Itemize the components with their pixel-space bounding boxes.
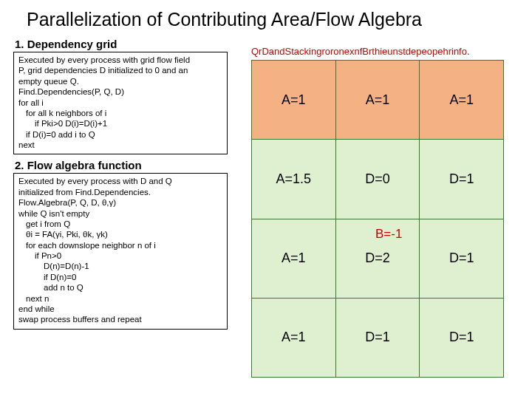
- grid-cell: A=1: [335, 61, 420, 140]
- code-line: get i from Q: [18, 219, 222, 229]
- grid-row: A=1A=1A=1: [252, 61, 504, 140]
- code-line: next n: [18, 293, 222, 304]
- grid-row: A=1.5D=0D=1: [252, 140, 504, 219]
- code-line: for each downslope neighbor n of i: [18, 240, 222, 250]
- left-column: 1. Dependency grid Executed by every pro…: [13, 36, 235, 334]
- code-line: swap process buffers and repeat: [18, 314, 222, 324]
- code-line: θi = FA(γi, Pki, θk, γk): [18, 229, 222, 239]
- grid-cell: D=1: [420, 298, 504, 377]
- code-line: if D(n)=0: [18, 272, 222, 282]
- code-line: if Pki>0 D(i)=D(i)+1: [18, 118, 222, 129]
- grid-cell: A=1: [252, 219, 336, 298]
- grid-cell: A=1.5: [252, 140, 336, 219]
- code-line: next: [18, 140, 222, 150]
- section2-box: Executed by every process with D and Qin…: [13, 173, 228, 329]
- code-line: empty queue Q.: [18, 76, 222, 86]
- section1-heading: 1. Dependency grid: [15, 38, 235, 50]
- code-line: add n to Q: [18, 282, 222, 293]
- grid-cell: D=1: [420, 140, 504, 219]
- code-line: Flow.Algebra(P, Q, D, θ,γ): [18, 197, 222, 208]
- flow-grid: A=1A=1A=1A=1.5D=0D=1A=1D=2D=1A=1D=1D=1: [251, 60, 504, 378]
- code-line: D(n)=D(n)-1: [18, 261, 222, 271]
- page-title: Parallelization of Contributing Area/Flo…: [13, 9, 519, 30]
- code-line: Executed by every process with D and Q: [18, 176, 222, 186]
- b-label: B=-1: [375, 227, 402, 242]
- grid-cell: D=1: [420, 219, 504, 298]
- grid-cell: A=1: [420, 61, 504, 140]
- code-line: Executed by every process with grid flow…: [18, 55, 222, 65]
- code-line: if Pn>0: [18, 250, 222, 261]
- code-line: initialized from Find.Dependencies.: [18, 187, 222, 197]
- red-overlay-text: QrDandStackingroronexnfBrthieunstdepeope…: [251, 46, 517, 57]
- grid-cell: D=0: [335, 140, 420, 219]
- section1-box: Executed by every process with grid flow…: [13, 52, 228, 154]
- code-line: Find.Dependencies(P, Q, D): [18, 86, 222, 97]
- grid-wrap: A=1A=1A=1A=1.5D=0D=1A=1D=2D=1A=1D=1D=1 B…: [251, 60, 504, 378]
- grid-cell: A=1: [252, 298, 336, 377]
- code-line: if D(i)=0 add i to Q: [18, 129, 222, 140]
- code-line: P, grid dependencies D initialized to 0 …: [18, 65, 222, 75]
- right-column: QrDandStackingroronexnfBrthieunstdepeope…: [251, 46, 517, 378]
- code-line: end while: [18, 304, 222, 314]
- grid-row: A=1D=1D=1: [252, 298, 504, 377]
- code-line: while Q isn't empty: [18, 208, 222, 219]
- code-line: for all k neighbors of i: [18, 108, 222, 118]
- grid-cell: D=1: [335, 298, 420, 377]
- section2-heading: 2. Flow algebra function: [15, 159, 235, 171]
- code-line: for all i: [18, 98, 222, 108]
- grid-cell: A=1: [252, 61, 336, 140]
